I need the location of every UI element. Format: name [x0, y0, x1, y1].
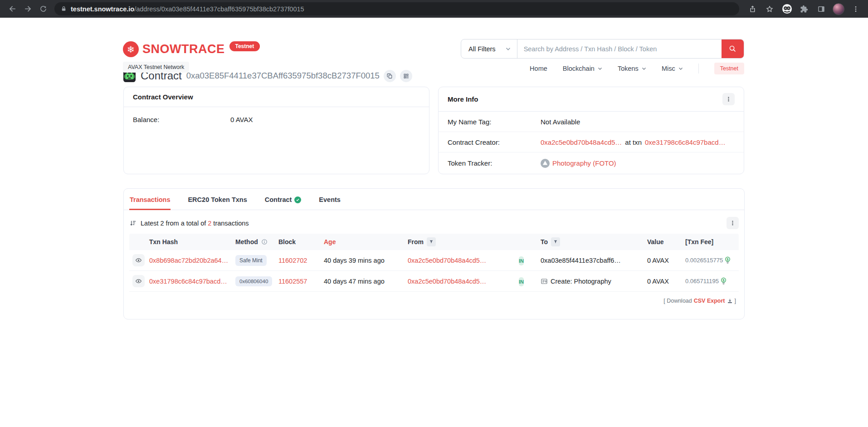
vertical-dots-icon: [726, 96, 731, 102]
col-age-sort[interactable]: Age: [324, 238, 408, 245]
to-address-cell: 0xa03e85f4411e37cbaff6…: [541, 257, 647, 264]
tab-bar: Transactions ERC20 Token Txns Contract E…: [124, 189, 744, 210]
name-tag-label: My Name Tag:: [448, 118, 541, 126]
value-cell: 0 AVAX: [647, 257, 685, 264]
extensions-puzzle-icon[interactable]: [796, 2, 812, 16]
value-cell: 0 AVAX: [647, 278, 685, 285]
contract-creation-cell: Create: Photography: [541, 278, 647, 285]
block-link[interactable]: 11602702: [278, 257, 307, 264]
transactions-card: Transactions ERC20 Token Txns Contract E…: [123, 188, 745, 319]
qr-code-icon: [403, 73, 409, 79]
txn-hash-link[interactable]: 0x8b698ac72bd20b2a64…: [149, 257, 228, 264]
snowtrace-logo[interactable]: ❄ SNOWTRACE Testnet: [123, 41, 260, 57]
site-header: ❄ SNOWTRACE Testnet AVAX Testnet Network…: [0, 18, 868, 62]
csv-export-row: [ Download CSV Export ]: [124, 292, 744, 312]
summary-suffix: transactions: [213, 220, 249, 227]
search-icon: [729, 45, 736, 53]
lock-icon: [61, 5, 67, 12]
search-button[interactable]: [722, 39, 744, 58]
chevron-down-icon: [678, 67, 683, 70]
bookmark-star-button[interactable]: [762, 2, 777, 16]
col-txn-hash: Txn Hash: [149, 238, 235, 245]
funnel-icon: [429, 240, 434, 244]
contract-document-icon: [541, 278, 548, 285]
name-tag-value: Not Available: [541, 118, 580, 126]
age-cell: 40 days 39 mins ago: [324, 257, 408, 264]
creator-connector-text: at txn: [625, 138, 642, 146]
from-filter-button[interactable]: [427, 237, 436, 246]
token-tracker-row: Token Tracker: Photography (FOTO): [439, 152, 744, 174]
chevron-down-icon: [642, 67, 646, 70]
more-info-card-title: More Info: [448, 95, 478, 103]
download-icon: [727, 298, 733, 304]
tab-transactions[interactable]: Transactions: [129, 189, 171, 210]
table-header-row: Txn Hash Method Block Age From To: [129, 234, 739, 250]
tab-erc20-token-txns[interactable]: ERC20 Token Txns: [187, 189, 247, 210]
search-input[interactable]: [517, 39, 722, 58]
qr-code-button[interactable]: [400, 70, 412, 82]
nav-misc[interactable]: Misc: [662, 65, 683, 72]
preview-txn-button[interactable]: [132, 254, 145, 266]
download-suffix-text: ]: [735, 298, 736, 304]
owl-extension-icon[interactable]: [779, 2, 795, 16]
direction-badge: IN: [519, 277, 524, 286]
col-method: Method: [235, 238, 278, 245]
vertical-dots-icon: [730, 220, 736, 226]
browser-back-button[interactable]: [5, 2, 20, 16]
summary-prefix: Latest 2 from a total of: [141, 220, 206, 227]
creator-address-link[interactable]: 0xa2c5e0bd70b48a4cd5…: [541, 138, 622, 146]
method-badge[interactable]: Safe Mint: [235, 255, 267, 266]
txn-hash-link[interactable]: 0xe31798c6c84c97bacd…: [149, 278, 227, 285]
txn-fee-cell: 0.0026515775 $: [685, 256, 739, 265]
eye-icon: [135, 257, 142, 264]
method-badge[interactable]: 0x60806040: [235, 276, 272, 286]
block-link[interactable]: 11602557: [278, 278, 307, 285]
browser-menu-button[interactable]: [848, 2, 863, 16]
tab-contract[interactable]: Contract: [264, 189, 302, 210]
direction-badge: IN: [519, 256, 524, 265]
search-bar: All Filters: [461, 39, 744, 59]
funnel-icon: [553, 240, 558, 244]
contract-creator-row: Contract Creator: 0xa2c5e0bd70b48a4cd5…a…: [439, 132, 744, 152]
txn-fee-cell: 0.065711195 $: [685, 277, 739, 285]
col-txn-fee: [Txn Fee]: [685, 238, 739, 245]
nav-home[interactable]: Home: [530, 65, 547, 72]
more-info-menu-button[interactable]: [722, 93, 735, 105]
to-filter-button[interactable]: [551, 237, 560, 246]
from-address-link[interactable]: 0xa2c5e0bd70b48a4cd5…: [408, 257, 486, 264]
contract-address: 0xa03E85F4411e37CBAff635975bf38cB2737F00…: [186, 71, 380, 81]
transactions-table: Txn Hash Method Block Age From To: [129, 234, 739, 292]
copy-address-button[interactable]: [384, 70, 396, 82]
transactions-summary: Latest 2 from a total of2transactions: [124, 210, 744, 234]
overview-card-title: Contract Overview: [133, 93, 193, 101]
copy-icon: [387, 73, 393, 79]
nav-tokens[interactable]: Tokens: [618, 65, 646, 72]
transactions-menu-button[interactable]: [727, 217, 739, 229]
age-cell: 40 days 47 mins ago: [324, 278, 408, 285]
browser-reload-button[interactable]: [35, 2, 51, 16]
eye-icon: [135, 278, 142, 285]
gas-fee-bulb-icon[interactable]: $: [725, 256, 731, 265]
gas-fee-bulb-icon[interactable]: $: [721, 277, 727, 285]
nav-divider: [698, 64, 699, 74]
csv-export-link[interactable]: CSV Export: [694, 298, 725, 304]
table-row: 0xe31798c6c84c97bacd… 0x60806040 1160255…: [129, 271, 739, 292]
share-button[interactable]: [745, 2, 760, 16]
token-logo-icon: [541, 159, 550, 168]
more-info-card: More Info My Name Tag: Not Available Con…: [438, 87, 744, 174]
search-filter-dropdown[interactable]: All Filters: [461, 39, 517, 58]
token-tracker-link[interactable]: Photography (FOTO): [552, 159, 616, 167]
nav-testnet-button[interactable]: Testnet: [714, 63, 744, 74]
url-bar[interactable]: testnet.snowtrace.io/address/0xa03e85f44…: [54, 2, 739, 15]
creator-txn-link[interactable]: 0xe31798c6c84c97bacd…: [645, 138, 726, 146]
from-address-link[interactable]: 0xa2c5e0bd70b48a4cd5…: [408, 278, 486, 285]
name-tag-row: My Name Tag: Not Available: [439, 112, 744, 132]
sidepanel-icon[interactable]: [814, 2, 829, 16]
nav-blockchain[interactable]: Blockchain: [563, 65, 602, 72]
preview-txn-button[interactable]: [132, 275, 145, 287]
browser-forward-button[interactable]: [20, 2, 35, 16]
token-tracker-label: Token Tracker:: [448, 159, 541, 167]
profile-avatar[interactable]: [831, 2, 846, 16]
tab-events[interactable]: Events: [318, 189, 341, 210]
info-icon[interactable]: [261, 239, 268, 245]
